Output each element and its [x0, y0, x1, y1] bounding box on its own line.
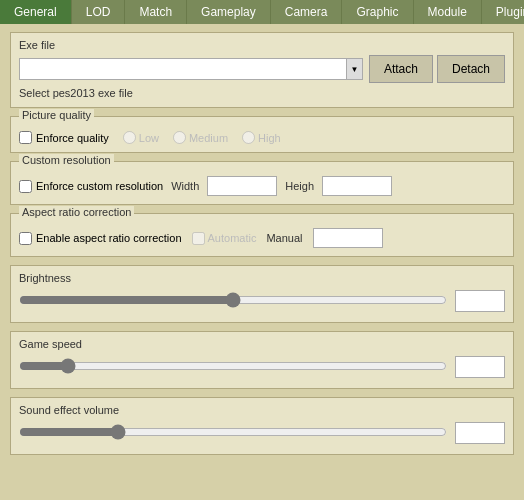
height-input[interactable]: [322, 176, 392, 196]
quality-medium-radio[interactable]: [173, 131, 186, 144]
exe-row: ▼ Attach Detach: [19, 55, 505, 83]
aspect-ratio-section: Aspect ratio correction Enable aspect ra…: [10, 213, 514, 257]
picture-quality-label: Picture quality: [19, 109, 94, 121]
attach-button[interactable]: Attach: [369, 55, 433, 83]
quality-medium-label[interactable]: Medium: [173, 131, 228, 144]
custom-resolution-section: Custom resolution Enforce custom resolut…: [10, 161, 514, 205]
tab-camera[interactable]: Camera: [271, 0, 343, 24]
brightness-section: Brightness 100: [10, 265, 514, 323]
sound-effect-section: Sound effect volume 1.1: [10, 397, 514, 455]
custom-resolution-row: Enforce custom resolution Width Heigh: [19, 168, 505, 196]
game-speed-section: Game speed 1: [10, 331, 514, 389]
quality-high-radio[interactable]: [242, 131, 255, 144]
sound-effect-value-input[interactable]: 1.1: [455, 422, 505, 444]
quality-low-text: Low: [139, 132, 159, 144]
game-speed-slider-wrap: [19, 358, 447, 377]
aspect-ratio-label: Aspect ratio correction: [19, 206, 134, 218]
sound-effect-label: Sound effect volume: [19, 404, 505, 416]
tab-plugin[interactable]: Plugin: [482, 0, 524, 24]
enforce-res-checkbox[interactable]: [19, 180, 32, 193]
game-speed-row: 1: [19, 356, 505, 378]
manual-input[interactable]: [313, 228, 383, 248]
tab-match[interactable]: Match: [125, 0, 187, 24]
aspect-ratio-row: Enable aspect ratio correction Automatic…: [19, 220, 505, 248]
quality-low-radio[interactable]: [123, 131, 136, 144]
detach-button[interactable]: Detach: [437, 55, 505, 83]
quality-radio-group: Low Medium High: [123, 131, 281, 144]
enable-ar-text: Enable aspect ratio correction: [36, 232, 182, 244]
sound-effect-slider[interactable]: [19, 424, 447, 440]
exe-section: Exe file ▼ Attach Detach Select pes2013 …: [10, 32, 514, 108]
enforce-res-checkbox-label[interactable]: Enforce custom resolution: [19, 180, 163, 193]
manual-label: Manual: [266, 232, 302, 244]
game-speed-slider[interactable]: [19, 358, 447, 374]
picture-quality-row: Enforce quality Low Medium High: [19, 123, 505, 144]
sound-effect-slider-wrap: [19, 424, 447, 443]
brightness-slider-wrap: [19, 292, 447, 311]
attach-detach-group: Attach Detach: [369, 55, 505, 83]
tab-lod[interactable]: LOD: [72, 0, 126, 24]
brightness-label: Brightness: [19, 272, 505, 284]
width-input[interactable]: [207, 176, 277, 196]
picture-quality-section: Picture quality Enforce quality Low Medi…: [10, 116, 514, 153]
game-speed-label: Game speed: [19, 338, 505, 350]
quality-medium-text: Medium: [189, 132, 228, 144]
tab-graphic[interactable]: Graphic: [342, 0, 413, 24]
enforce-quality-checkbox[interactable]: [19, 131, 32, 144]
automatic-text: Automatic: [208, 232, 257, 244]
exe-input-wrap: ▼: [19, 58, 363, 80]
enable-ar-checkbox-label[interactable]: Enable aspect ratio correction: [19, 232, 182, 245]
quality-high-text: High: [258, 132, 281, 144]
custom-resolution-label: Custom resolution: [19, 154, 114, 166]
sound-effect-row: 1.1: [19, 422, 505, 444]
exe-hint: Select pes2013 exe file: [19, 87, 505, 99]
brightness-value-input[interactable]: 100: [455, 290, 505, 312]
tab-general[interactable]: General: [0, 0, 72, 24]
quality-high-label[interactable]: High: [242, 131, 281, 144]
tab-module[interactable]: Module: [414, 0, 482, 24]
brightness-slider[interactable]: [19, 292, 447, 308]
exe-input[interactable]: [19, 58, 347, 80]
brightness-row: 100: [19, 290, 505, 312]
main-content: Exe file ▼ Attach Detach Select pes2013 …: [0, 24, 524, 471]
automatic-checkbox-label[interactable]: Automatic: [192, 232, 257, 245]
enforce-quality-text: Enforce quality: [36, 132, 109, 144]
tab-gameplay[interactable]: Gameplay: [187, 0, 271, 24]
automatic-checkbox[interactable]: [192, 232, 205, 245]
width-label: Width: [171, 180, 199, 192]
height-label: Heigh: [285, 180, 314, 192]
quality-low-label[interactable]: Low: [123, 131, 159, 144]
enforce-quality-checkbox-label[interactable]: Enforce quality: [19, 131, 109, 144]
exe-section-label: Exe file: [19, 39, 505, 51]
game-speed-value-input[interactable]: 1: [455, 356, 505, 378]
enable-ar-checkbox[interactable]: [19, 232, 32, 245]
exe-spinner[interactable]: ▼: [347, 58, 363, 80]
enforce-res-text: Enforce custom resolution: [36, 180, 163, 192]
tab-bar: General LOD Match Gameplay Camera Graphi…: [0, 0, 524, 24]
